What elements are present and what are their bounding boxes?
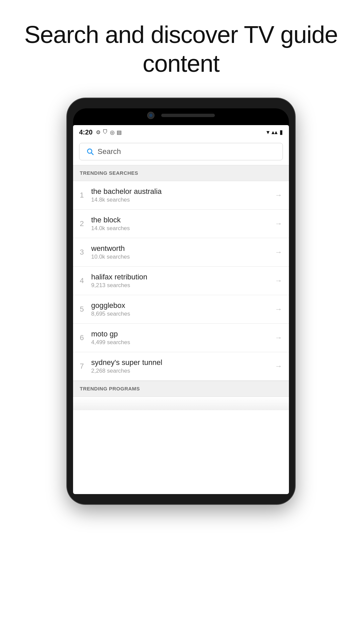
item-searches-4: 9,213 searches [91,282,275,289]
search-bar[interactable]: Search [79,143,283,160]
arrow-icon-5: → [275,305,282,314]
arrow-icon-1: → [275,191,282,200]
status-left: 4:20 ⚙ ⛉ ◎ ▤ [79,128,122,136]
status-right: ▾ ▴▴ ▮ [266,128,283,136]
arrow-icon-2: → [275,219,282,228]
status-icons: ⚙ ⛉ ◎ ▤ [96,129,122,136]
item-rank-7: 7 [80,362,91,371]
svg-line-1 [92,153,94,155]
item-searches-5: 8,695 searches [91,311,275,317]
item-rank-1: 1 [80,191,91,200]
speaker-bar [161,114,215,117]
camera-icon [147,112,155,119]
trending-programs-label: TRENDING PROGRAMS [80,386,140,391]
shield-icon: ⛉ [103,129,108,135]
item-title-6: moto gp [91,330,275,338]
item-rank-2: 2 [80,219,91,228]
bottom-fade [73,397,289,410]
trending-item-7[interactable]: 7 sydney's super tunnel 2,268 searches → [73,352,289,381]
search-placeholder: Search [98,147,121,156]
item-searches-6: 4,499 searches [91,339,275,346]
item-title-3: wentworth [91,244,275,253]
item-searches-1: 14.8k searches [91,197,275,203]
clipboard-icon: ▤ [117,129,122,136]
item-content-1: the bachelor australia 14.8k searches [91,187,275,203]
item-content-4: halifax retribution 9,213 searches [91,273,275,289]
trending-item-3[interactable]: 3 wentworth 10.0k searches → [73,238,289,267]
trending-searches-label: TRENDING SEARCHES [80,170,138,176]
phone-frame: 4:20 ⚙ ⛉ ◎ ▤ ▾ ▴▴ ▮ Search [67,98,295,504]
search-icon [86,148,94,156]
gear-icon: ⚙ [96,129,101,136]
wifi-icon: ▾ [266,128,269,136]
phone-screen: 4:20 ⚙ ⛉ ◎ ▤ ▾ ▴▴ ▮ Search [73,125,289,494]
item-title-1: the bachelor australia [91,187,275,196]
search-bar-container[interactable]: Search [73,140,289,165]
trending-item-6[interactable]: 6 moto gp 4,499 searches → [73,324,289,352]
item-content-7: sydney's super tunnel 2,268 searches [91,358,275,374]
item-rank-6: 6 [80,333,91,342]
trending-programs-header: TRENDING PROGRAMS [73,381,289,397]
item-rank-5: 5 [80,305,91,314]
status-bar: 4:20 ⚙ ⛉ ◎ ▤ ▾ ▴▴ ▮ [73,125,289,140]
signal-icon: ▴▴ [272,128,278,136]
trending-item-5[interactable]: 5 gogglebox 8,695 searches → [73,295,289,324]
item-content-6: moto gp 4,499 searches [91,330,275,346]
status-time: 4:20 [79,128,93,136]
item-searches-2: 14.0k searches [91,225,275,232]
item-title-7: sydney's super tunnel [91,358,275,367]
trending-item-4[interactable]: 4 halifax retribution 9,213 searches → [73,267,289,295]
item-title-5: gogglebox [91,301,275,310]
arrow-icon-3: → [275,248,282,257]
item-content-5: gogglebox 8,695 searches [91,301,275,317]
podcast-icon: ◎ [110,129,115,136]
phone-top-bar [73,108,289,125]
arrow-icon-7: → [275,362,282,371]
item-searches-7: 2,268 searches [91,368,275,374]
trending-list: 1 the bachelor australia 14.8k searches … [73,181,289,381]
item-title-4: halifax retribution [91,273,275,281]
item-content-2: the block 14.0k searches [91,216,275,232]
battery-icon: ▮ [280,128,283,136]
trending-item-2[interactable]: 2 the block 14.0k searches → [73,210,289,238]
trending-item-1[interactable]: 1 the bachelor australia 14.8k searches … [73,181,289,210]
item-rank-3: 3 [80,248,91,257]
page-title: Search and discover TV guide content [0,20,362,78]
arrow-icon-6: → [275,333,282,342]
item-searches-3: 10.0k searches [91,254,275,260]
arrow-icon-4: → [275,276,282,285]
trending-searches-header: TRENDING SEARCHES [73,165,289,181]
item-rank-4: 4 [80,276,91,285]
item-content-3: wentworth 10.0k searches [91,244,275,260]
item-title-2: the block [91,216,275,224]
